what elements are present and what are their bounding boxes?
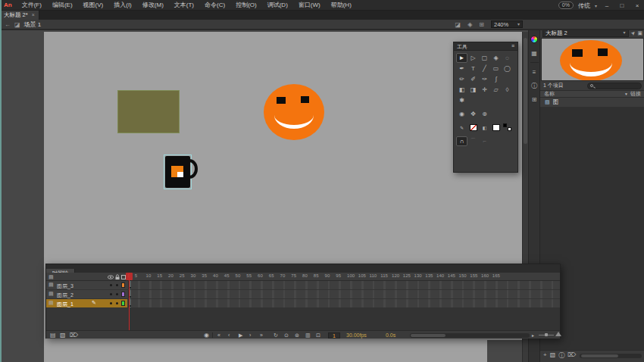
layer-visibility-dot[interactable]: [110, 284, 112, 286]
edit-symbols-button[interactable]: ◈: [467, 21, 472, 28]
maximize-button[interactable]: □: [617, 2, 627, 9]
onion-skin-button[interactable]: ⊙: [284, 332, 289, 339]
swatches-panel-icon[interactable]: ▦: [530, 48, 539, 58]
transform-panel-icon[interactable]: ⊞: [530, 95, 539, 104]
layer-visibility-dot[interactable]: [110, 293, 112, 295]
text-tool[interactable]: T: [467, 64, 479, 73]
library-horizontal-scrollbar[interactable]: [580, 354, 642, 358]
layer-name-cell[interactable]: ▤ 图层_2: [46, 290, 127, 298]
library-search-input[interactable]: [587, 83, 642, 89]
zoom-tool[interactable]: ⊕: [479, 109, 490, 119]
menu-item[interactable]: 调试(D): [262, 0, 293, 11]
asset-warp-tool[interactable]: ✱: [456, 95, 467, 105]
timeline-titlebar[interactable]: 时间轴: [46, 264, 560, 273]
pencil-tool[interactable]: ✏: [456, 74, 467, 84]
go-to-first-frame-button[interactable]: «: [217, 332, 220, 338]
info-panel-icon[interactable]: ⓘ: [530, 81, 539, 90]
eye-icon[interactable]: [108, 274, 114, 280]
layer-lock-dot[interactable]: [116, 302, 118, 304]
straighten-option[interactable]: ⌐: [479, 136, 490, 146]
timeline-layer-row[interactable]: ▤ 图层_3: [46, 281, 560, 290]
eraser-tool[interactable]: ▱: [490, 85, 502, 95]
timeline-layer-row[interactable]: ▤ 图层_2: [46, 290, 560, 299]
playhead[interactable]: [129, 273, 130, 330]
ink-bottle-tool[interactable]: ◨: [467, 85, 479, 95]
step-back-button[interactable]: ‹: [228, 332, 230, 338]
new-folder-button[interactable]: ▧: [550, 351, 556, 360]
selection-tool[interactable]: ►: [456, 53, 467, 63]
close-tab-icon[interactable]: ×: [32, 11, 35, 20]
menu-item[interactable]: 命令(C): [199, 0, 230, 11]
layer-outline-color[interactable]: [121, 301, 125, 306]
snap-to-objects-toggle[interactable]: ∩: [456, 136, 467, 146]
timeline-layer-row[interactable]: ▤ 图层_1 ✎: [46, 299, 560, 308]
camera-icon[interactable]: ◉: [204, 332, 209, 339]
free-transform-tool[interactable]: ▢: [479, 53, 490, 63]
back-button[interactable]: ←: [5, 21, 11, 28]
frame-rate-field[interactable]: 30.00fps: [346, 332, 367, 338]
lock-icon[interactable]: [114, 274, 120, 280]
delete-layer-button[interactable]: ⌦: [70, 332, 78, 339]
smooth-option[interactable]: ⌒: [467, 136, 479, 146]
document-tab[interactable]: 大标题 2* ×: [0, 11, 39, 20]
line-tool[interactable]: ╱: [479, 64, 490, 73]
lasso-tool[interactable]: ◌: [502, 53, 513, 63]
modify-markers-button[interactable]: ⊡: [316, 332, 320, 339]
library-item[interactable]: ▧ 图: [540, 98, 644, 107]
new-layer-button[interactable]: ▤: [50, 332, 56, 339]
gradient-transform-tool[interactable]: ◈: [490, 53, 502, 63]
menu-item[interactable]: 文件(F): [17, 0, 47, 11]
edit-multiple-frames-button[interactable]: ▥: [305, 332, 311, 339]
layer-frames[interactable]: [128, 299, 560, 307]
stage-rectangle-shape[interactable]: [117, 90, 180, 133]
close-button[interactable]: ×: [632, 2, 642, 9]
menu-item[interactable]: 窗口(W): [293, 0, 326, 11]
layer-visibility-dot[interactable]: [110, 302, 112, 304]
timeline-horizontal-scrollbar[interactable]: [410, 333, 530, 338]
go-to-last-frame-button[interactable]: »: [260, 332, 263, 338]
layer-lock-dot[interactable]: [116, 293, 118, 295]
layer-frames[interactable]: [128, 281, 560, 289]
stroke-color-chip[interactable]: [467, 123, 479, 133]
scene-name[interactable]: 场景 1: [24, 20, 42, 29]
menu-item[interactable]: 插入(I): [108, 0, 137, 11]
align-panel-icon[interactable]: ≡: [530, 67, 539, 76]
layer-outline-color[interactable]: [121, 292, 125, 297]
new-folder-button[interactable]: ▧: [60, 332, 66, 339]
menu-item[interactable]: 控制(O): [230, 0, 262, 11]
scroll-right-icon[interactable]: ▸: [532, 332, 534, 338]
tools-panel-titlebar[interactable]: 工具 ≡: [454, 42, 517, 51]
play-button[interactable]: ▶: [239, 332, 242, 339]
pen-tool[interactable]: ✒: [456, 64, 467, 73]
new-symbol-button[interactable]: +: [543, 351, 547, 360]
stage-smiley-shape[interactable]: [264, 84, 324, 140]
minimize-button[interactable]: –: [602, 2, 612, 9]
layer-outline-color[interactable]: [121, 282, 125, 288]
onion-skin-outlines-button[interactable]: ⊚: [295, 332, 299, 339]
fill-color-chip[interactable]: [490, 123, 502, 133]
linkage-column-header[interactable]: 链接: [630, 90, 641, 98]
hand-tool[interactable]: ✥: [467, 109, 479, 119]
bone-tool[interactable]: ∫: [490, 74, 502, 84]
library-column-header[interactable]: 名称 ▼ 链接: [540, 90, 644, 98]
fill-color-icon[interactable]: ◧: [479, 123, 490, 133]
sort-icon[interactable]: ▼: [624, 92, 628, 96]
stroke-color-icon[interactable]: ✎: [456, 123, 467, 133]
name-column-header[interactable]: 名称: [544, 90, 555, 98]
menu-item[interactable]: 修改(M): [137, 0, 169, 11]
step-forward-button[interactable]: ›: [249, 332, 251, 338]
subselection-tool[interactable]: ▷: [467, 53, 479, 63]
paint-brush-tool[interactable]: ✑: [479, 74, 490, 84]
pin-library-icon[interactable]: ➤: [630, 30, 637, 37]
workspace-switcher[interactable]: 传统: [578, 2, 590, 10]
oval-tool[interactable]: ◯: [502, 64, 513, 73]
eyedropper-tool[interactable]: ✛: [479, 85, 490, 95]
menu-item[interactable]: 编辑(E): [47, 0, 78, 11]
library-document-select[interactable]: 大标题 2 ▾: [542, 30, 629, 37]
panel-menu-icon[interactable]: ≡: [511, 43, 514, 49]
rectangle-tool[interactable]: ▭: [490, 64, 502, 73]
mug-selection-box[interactable]: [164, 154, 192, 189]
menu-item[interactable]: 文本(T): [169, 0, 199, 11]
menu-item[interactable]: 帮助(H): [326, 0, 357, 11]
new-library-panel-icon[interactable]: ▣: [637, 30, 642, 36]
